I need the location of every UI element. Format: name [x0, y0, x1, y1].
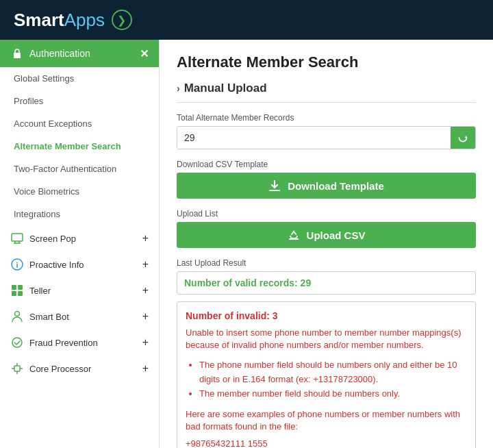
total-records-label: Total Alternate Member Records [177, 113, 476, 123]
upload-icon [288, 229, 300, 241]
sidebar-item-integrations[interactable]: Integrations [0, 203, 159, 225]
download-csv-label: Download CSV Template [177, 160, 476, 169]
main-layout: Authentication ✕ Global Settings Profile… [0, 40, 493, 448]
refresh-icon [457, 132, 468, 143]
lock-icon [10, 47, 24, 60]
error-list: The phone number field should be numbers… [199, 358, 467, 401]
svg-text:i: i [16, 261, 18, 269]
download-btn-label: Download Template [288, 180, 384, 192]
expand-icon: + [142, 310, 149, 323]
error-item-1: The phone number field should be numbers… [199, 358, 467, 387]
sidebar-item-smart-bot[interactable]: Smart Bot + [0, 303, 159, 329]
sidebar-item-account-exceptions[interactable]: Account Exceptions [0, 112, 159, 135]
fraud-icon [10, 336, 24, 349]
error-item-2: The member number field should be number… [199, 387, 467, 401]
total-records-field [177, 126, 476, 149]
svg-rect-13 [14, 366, 20, 371]
sidebar-item-fraud-prevention[interactable]: Fraud Prevention + [0, 329, 159, 356]
upload-btn-label: Upload CSV [307, 229, 366, 241]
upload-list-label: Upload List [177, 209, 476, 219]
svg-rect-10 [18, 291, 23, 296]
sidebar-item-voice-biometrics[interactable]: Voice Biometrics [0, 180, 159, 203]
sidebar-item-authentication[interactable]: Authentication ✕ [0, 40, 159, 67]
authentication-label: Authentication [29, 48, 90, 59]
invalid-count-text: Number of invalid: 3 [186, 310, 467, 321]
nav-arrow-button[interactable]: ❯ [112, 10, 132, 30]
svg-rect-9 [12, 291, 16, 296]
total-records-input [177, 127, 451, 149]
close-icon[interactable]: ✕ [140, 47, 149, 60]
error-section: Number of invalid: 3 Unable to insert so… [177, 301, 476, 448]
expand-icon: + [142, 362, 149, 375]
logo-apps: Apps [64, 10, 105, 30]
expand-icon: + [142, 284, 149, 297]
info-icon: i [10, 258, 24, 271]
expand-icon: + [142, 232, 149, 245]
svg-rect-0 [14, 53, 21, 58]
sidebar-item-screen-pop[interactable]: Screen Pop + [0, 225, 159, 251]
app-header: SmartApps ❯ [0, 0, 493, 40]
download-icon [268, 179, 281, 192]
expand-icon: + [142, 258, 149, 271]
svg-rect-7 [12, 285, 16, 290]
error-examples-text: Here are some examples of phone numbers … [186, 408, 467, 433]
monitor-icon [10, 232, 24, 245]
error-message: Unable to insert some phone number to me… [186, 327, 467, 351]
logo-smart: Smart [14, 10, 64, 30]
auth-section-content: Authentication [10, 47, 90, 60]
svg-rect-8 [18, 285, 23, 290]
expand-icon: + [142, 336, 149, 349]
logo: SmartApps [14, 10, 105, 31]
download-template-button[interactable]: Download Template [177, 173, 476, 199]
sidebar-item-alternate-member-search[interactable]: Alternate Member Search [0, 135, 159, 158]
sidebar-item-global-settings[interactable]: Global Settings [0, 67, 159, 90]
svg-rect-1 [12, 234, 23, 241]
upload-csv-button[interactable]: Upload CSV [177, 222, 476, 248]
valid-records-text: Number of valid records: 29 [184, 277, 468, 288]
main-content: Alternate Member Search › Manual Upload … [160, 40, 493, 448]
chevron-right-icon: ❯ [117, 14, 126, 27]
chevron-down-icon[interactable]: › [177, 83, 180, 94]
svg-point-12 [12, 338, 22, 347]
core-icon [10, 362, 24, 375]
svg-rect-19 [289, 238, 299, 240]
sidebar-item-proactive-info[interactable]: i Proactive Info + [0, 251, 159, 277]
last-upload-result: Number of valid records: 29 [177, 271, 476, 295]
sidebar-item-teller[interactable]: Teller + [0, 277, 159, 303]
sidebar-item-core-processor[interactable]: Core Processor + [0, 356, 159, 382]
sidebar: Authentication ✕ Global Settings Profile… [0, 40, 160, 448]
page-title: Alternate Member Search [177, 53, 476, 71]
grid-icon [10, 284, 24, 297]
bad-number: +98765432111 1555 [186, 438, 467, 448]
svg-point-11 [15, 312, 20, 316]
refresh-button[interactable] [451, 127, 475, 149]
section-title: Manual Upload [184, 82, 267, 95]
sidebar-item-profiles[interactable]: Profiles [0, 90, 159, 112]
person-icon [10, 310, 24, 323]
sidebar-item-two-factor-auth[interactable]: Two-Factor Authentication [0, 158, 159, 180]
last-upload-label: Last Upload Result [177, 258, 476, 268]
section-header: › Manual Upload [177, 82, 476, 103]
